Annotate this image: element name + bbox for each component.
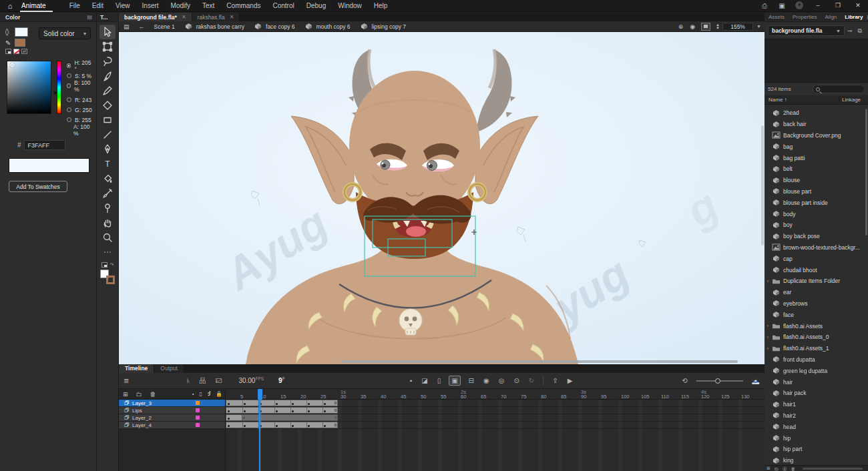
library-item[interactable]: body [765,208,868,219]
layer-name[interactable]: Layer_4 [132,422,152,428]
layer-name[interactable]: Lips [132,408,142,414]
close-tab-icon[interactable]: ✕ [230,14,234,20]
insert-frame-icon[interactable]: ▯ [433,377,446,384]
library-item[interactable]: front dupatta [765,354,868,366]
library-item-name[interactable]: flash0.ai Assets_1 [783,345,829,352]
expand-chevron-icon[interactable]: › [765,324,771,328]
swap-colors-icon[interactable]: ↷ [110,262,114,268]
h-value[interactable]: H: 205 ° [74,59,92,73]
home-icon[interactable]: ⌂ [0,2,20,10]
asset-warp-tool[interactable] [99,201,116,215]
menu-control[interactable]: Control [267,0,300,12]
frame-view-icon[interactable]: 🗻 [747,377,765,384]
library-item[interactable]: hip part [765,444,868,455]
frame-ruler[interactable]: 5101520253035404550556065707580859095100… [226,389,765,400]
menu-edit[interactable]: Edit [86,0,110,12]
eyedropper-tool[interactable] [99,186,116,201]
layer-frames-row[interactable] [226,400,765,407]
frame-rate[interactable]: 30.00FPS [238,376,264,384]
keyframe-dot[interactable] [324,425,326,427]
keyframe-dot[interactable] [292,425,294,427]
library-document-select[interactable]: background file.fla▼ [768,25,845,36]
layer-outline-color[interactable] [196,416,200,420]
library-item[interactable]: cap [765,253,868,264]
library-item-name[interactable]: blouse [783,177,800,183]
layer-frames-row[interactable] [226,422,765,429]
panel-tab-assets[interactable]: Assets [765,14,789,20]
parenting-view-icon[interactable]: 品 [194,376,210,386]
fill-stroke-swatches[interactable] [100,270,115,284]
library-item[interactable]: hair2 [765,410,868,422]
library-item[interactable]: hair1 [765,399,868,410]
layer-frames-row[interactable] [226,414,765,422]
minimize-button[interactable]: – [808,0,828,12]
library-item[interactable]: green leg dupatta [765,365,868,376]
library-item[interactable]: brown-wood-textured-backgr... [765,242,868,254]
color-type-select[interactable]: Solid color▾ [39,27,91,39]
panel-tab-align[interactable]: Align [821,14,841,20]
rectangle-tool[interactable] [99,113,116,127]
eraser-tool[interactable] [99,98,116,113]
graph-editor-icon[interactable]: 🗠 [210,377,226,384]
library-item-name[interactable]: bag [783,143,793,150]
library-search-input[interactable] [813,85,865,93]
classic-brush-tool[interactable] [99,83,116,98]
loop-icon[interactable]: ↻ [524,377,539,384]
reset-timeline-zoom-icon[interactable]: ⟲ [677,377,692,384]
edit-multiple-frames-icon[interactable]: ⊙ [509,377,523,384]
library-item-name[interactable]: hair pack [783,390,807,396]
layer-row[interactable]: 🗇Layer_4 [119,422,225,429]
s-value[interactable]: S: 5 % [75,73,91,79]
library-item[interactable]: head [765,421,868,432]
menu-view[interactable]: View [110,0,136,12]
stroke-color-swatch[interactable] [15,39,25,47]
menu-window[interactable]: Window [332,0,368,12]
keyframe-dot[interactable] [228,418,230,420]
breadcrumb-item[interactable]: face copy 6 [249,23,299,30]
library-item-name[interactable]: belt [783,165,793,172]
timeline-tab-output[interactable]: Output [154,364,184,373]
frames-grid[interactable]: 5101520253035404550556065707580859095100… [226,389,765,471]
zoom-chevron-icon[interactable]: ▼ [753,24,765,29]
library-item[interactable]: face [765,309,868,320]
menu-file[interactable]: File [63,0,86,12]
zoom-tool[interactable] [99,230,116,245]
zoom-level-input[interactable]: 155% [722,23,753,31]
keyframe-dot[interactable] [292,410,294,412]
play-button[interactable]: ▶ [563,377,578,384]
layer-name[interactable]: Layer_2 [132,415,152,421]
library-item[interactable]: ›flash0.ai Assets [765,320,868,332]
new-symbol-icon[interactable]: ⊞ [765,466,772,471]
layer-outline-color[interactable] [196,401,200,405]
close-button[interactable]: ✕ [848,0,868,12]
blank-keyframe-dot[interactable] [243,417,245,419]
library-item-name[interactable]: boy [783,221,793,228]
panel-tab-library[interactable]: Library [841,14,867,20]
library-item[interactable]: boy [765,219,868,231]
edit-scene-icon[interactable]: ▤ [119,23,134,30]
breadcrumb-item[interactable]: Scene 1 [150,23,180,30]
library-item-name[interactable]: hair1 [783,401,796,408]
library-item[interactable]: back hair [765,119,868,130]
delete-item-icon[interactable]: 🗑 [789,466,797,471]
library-item-name[interactable]: boy back pose [783,233,820,240]
linkage-column-header[interactable]: Linkage [839,97,868,103]
app-name[interactable]: Animate [20,0,53,12]
library-item[interactable]: bag patti [765,152,868,163]
library-item[interactable]: chudail bhoot [765,264,868,276]
library-item-name[interactable]: flash0.ai Assets [783,323,823,330]
pen-tool[interactable] [99,142,116,157]
g-value[interactable]: G: 250 [75,107,92,113]
quick-publish-icon[interactable] [791,1,808,11]
hide-all-layers-icon[interactable]: 🮲 [205,391,213,397]
library-item[interactable]: bag [765,141,868,152]
library-item[interactable]: ear [765,287,868,298]
library-h-scrollbar[interactable] [803,468,863,470]
hue-slider-marker[interactable] [54,91,57,95]
pin-library-icon[interactable]: ⊸ [845,27,855,34]
library-item[interactable]: belt [765,163,868,175]
layer-row[interactable]: 🗇Lips [119,407,225,414]
library-item-name[interactable]: head [783,424,796,430]
library-item[interactable]: hair pack [765,388,868,399]
playhead[interactable] [258,389,262,400]
